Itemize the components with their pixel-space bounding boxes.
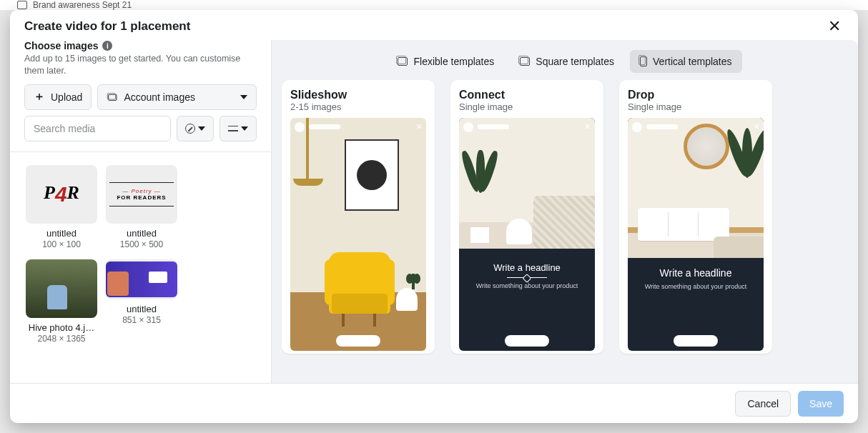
media-dimensions: 1500 × 500 bbox=[120, 239, 163, 249]
account-images-dropdown[interactable]: Account images bbox=[97, 84, 257, 110]
upload-source-row: ＋ Upload Account images bbox=[24, 84, 257, 110]
media-name: untitled bbox=[127, 228, 157, 239]
modal-header: Create video for 1 placement ✕ bbox=[10, 10, 858, 40]
templates-row: Slideshow 2-15 images × bbox=[282, 80, 848, 358]
close-icon: × bbox=[754, 121, 759, 131]
preview-headline: Write a headline Write something about y… bbox=[628, 267, 764, 290]
name-placeholder bbox=[478, 124, 509, 129]
no-filter-icon bbox=[185, 124, 195, 134]
template-card-slideshow[interactable]: Slideshow 2-15 images × bbox=[282, 80, 435, 354]
media-item[interactable]: untitled 851 × 315 bbox=[103, 259, 180, 344]
tab-vertical-templates[interactable]: Vertical templates bbox=[630, 50, 742, 73]
templates-scroll[interactable]: Slideshow 2-15 images × bbox=[272, 80, 858, 383]
name-placeholder bbox=[309, 124, 340, 129]
search-input[interactable] bbox=[24, 116, 171, 141]
breadcrumb-text: Brand awareness Sept 21 bbox=[33, 0, 132, 10]
media-grid: P4R untitled 100 × 100 — Poetry —FOR REA… bbox=[10, 152, 271, 383]
tab-label: Vertical templates bbox=[653, 56, 732, 67]
media-item[interactable]: P4R untitled 100 × 100 bbox=[23, 165, 100, 249]
account-images-label: Account images bbox=[124, 91, 195, 103]
chevron-down-icon bbox=[240, 95, 247, 99]
media-name: Hive photo 4.j… bbox=[29, 322, 95, 333]
sort-button[interactable] bbox=[220, 116, 257, 141]
choose-images-row: Choose images i bbox=[24, 40, 257, 51]
left-controls: Choose images i Add up to 15 images to g… bbox=[10, 40, 271, 151]
tab-label: Square templates bbox=[536, 56, 614, 67]
avatar-icon bbox=[632, 122, 642, 132]
sliders-icon bbox=[228, 125, 238, 132]
create-video-modal: Create video for 1 placement ✕ Choose im… bbox=[10, 10, 858, 423]
images-icon bbox=[107, 93, 118, 101]
template-preview: × bbox=[290, 118, 426, 351]
right-panel: Flexible templates Square templates Vert… bbox=[272, 40, 858, 383]
template-card-connect[interactable]: Connect Single image Write a headline Wr… bbox=[450, 80, 603, 354]
square-icon bbox=[520, 57, 530, 66]
chevron-down-icon bbox=[198, 126, 205, 131]
background-breadcrumb-bar: Brand awareness Sept 21 bbox=[0, 0, 868, 10]
media-dimensions: 2048 × 1365 bbox=[37, 334, 85, 344]
filter-button[interactable] bbox=[177, 116, 214, 141]
flexible-icon bbox=[398, 57, 408, 66]
modal-title: Create video for 1 placement bbox=[24, 19, 190, 34]
tab-square-templates[interactable]: Square templates bbox=[510, 50, 624, 73]
template-subtitle: Single image bbox=[628, 101, 764, 112]
template-title: Connect bbox=[459, 89, 595, 101]
template-card-drop[interactable]: Drop Single image Write a headline Write… bbox=[619, 80, 772, 354]
cta-pill bbox=[336, 335, 380, 347]
cancel-button[interactable]: Cancel bbox=[735, 391, 791, 417]
media-dimensions: 851 × 315 bbox=[122, 315, 161, 325]
search-row bbox=[24, 116, 257, 141]
media-thumbnail bbox=[26, 259, 97, 318]
template-tabs: Flexible templates Square templates Vert… bbox=[272, 50, 858, 80]
info-icon[interactable]: i bbox=[102, 41, 112, 51]
media-dimensions: 100 × 100 bbox=[42, 239, 81, 249]
template-preview: Write a headline Write something about y… bbox=[628, 118, 764, 351]
choose-images-hint: Add up to 15 images to get started. You … bbox=[24, 53, 257, 77]
name-placeholder bbox=[646, 124, 678, 129]
chevron-down-icon bbox=[241, 126, 248, 131]
template-preview: Write a headline Write something about y… bbox=[459, 118, 595, 351]
close-icon: × bbox=[585, 121, 591, 131]
template-title: Slideshow bbox=[290, 89, 426, 101]
folder-icon bbox=[17, 1, 27, 9]
cta-pill bbox=[674, 335, 718, 347]
left-panel: Choose images i Add up to 15 images to g… bbox=[10, 40, 272, 383]
cta-pill bbox=[505, 335, 549, 347]
save-button[interactable]: Save bbox=[798, 391, 844, 417]
template-subtitle: 2-15 images bbox=[290, 101, 426, 112]
tab-flexible-templates[interactable]: Flexible templates bbox=[388, 50, 504, 73]
choose-images-label: Choose images bbox=[24, 40, 98, 51]
tab-label: Flexible templates bbox=[413, 56, 494, 67]
media-thumbnail: — Poetry —FOR READERS bbox=[106, 165, 177, 224]
media-thumbnail: P4R bbox=[26, 165, 97, 224]
media-item[interactable]: Hive photo 4.j… 2048 × 1365 bbox=[23, 259, 100, 344]
modal-body: Choose images i Add up to 15 images to g… bbox=[10, 40, 858, 383]
plus-icon: ＋ bbox=[34, 89, 45, 104]
upload-label: Upload bbox=[51, 91, 82, 103]
close-icon: × bbox=[416, 121, 422, 131]
preview-headline: Write a headline Write something about y… bbox=[459, 262, 595, 289]
modal-footer: Cancel Save bbox=[10, 383, 858, 423]
media-item[interactable]: — Poetry —FOR READERS untitled 1500 × 50… bbox=[103, 165, 180, 249]
avatar-icon bbox=[295, 122, 305, 132]
template-title: Drop bbox=[628, 89, 764, 101]
avatar-icon bbox=[463, 122, 473, 132]
template-subtitle: Single image bbox=[459, 101, 595, 112]
media-thumbnail bbox=[106, 259, 177, 299]
media-name: untitled bbox=[127, 304, 157, 314]
close-icon[interactable]: ✕ bbox=[825, 17, 844, 36]
upload-button[interactable]: ＋ Upload bbox=[24, 84, 92, 110]
media-name: untitled bbox=[46, 228, 77, 239]
vertical-icon bbox=[640, 56, 647, 66]
